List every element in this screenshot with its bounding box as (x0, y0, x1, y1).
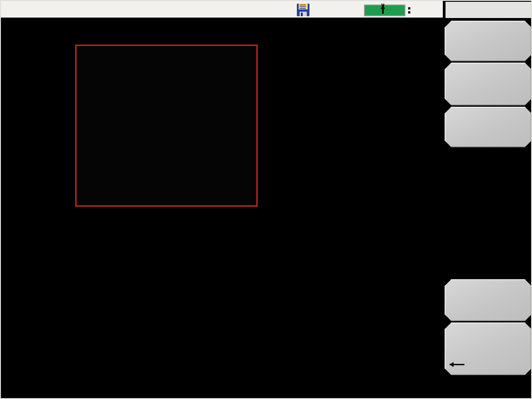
spectrum-plot (296, 60, 442, 191)
symbol-span-button[interactable] (445, 279, 532, 321)
battery-charging-icon (364, 5, 405, 16)
bottom-menu (2, 382, 530, 399)
active-graph-button[interactable] (445, 21, 532, 61)
right-menu (445, 1, 532, 399)
maximize-active-graph-button[interactable] (445, 63, 532, 105)
display-menu-title (445, 1, 532, 19)
constellation-graph[interactable] (75, 45, 258, 207)
graph-type-button[interactable] (445, 107, 532, 147)
battery-status-dots (408, 7, 410, 14)
spectrum-graph[interactable] (262, 46, 445, 207)
top-status-bar (1, 1, 443, 19)
analyzer-screen (0, 0, 532, 399)
back-arrow-icon (449, 361, 465, 370)
save-file-icon[interactable] (296, 3, 310, 17)
constellation-plot (77, 46, 256, 205)
back-button[interactable] (445, 322, 532, 375)
